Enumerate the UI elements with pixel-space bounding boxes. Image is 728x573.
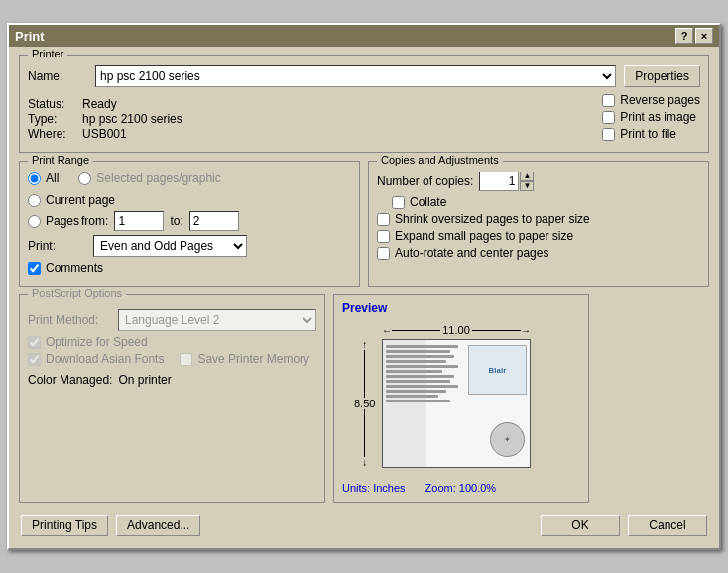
- where-value: USB001: [82, 127, 182, 141]
- print-to-file-row: Print to file: [602, 127, 700, 141]
- preview-content: Blair ✦: [383, 340, 530, 467]
- pages-label: Pages: [46, 214, 79, 228]
- preview-emblem: ✦: [490, 422, 525, 457]
- auto-rotate-row: Auto-rotate and center pages: [377, 246, 700, 260]
- postscript-inner: Print Method: Language Level 2 Optimize …: [28, 301, 316, 387]
- num-copies-row: Number of copies: ▲ ▼: [377, 172, 700, 191]
- comments-checkbox[interactable]: [28, 262, 41, 275]
- where-label: Where:: [28, 127, 82, 141]
- reverse-pages-label: Reverse pages: [620, 93, 700, 107]
- dim-arrow-horizontal: ← 11.00 →: [382, 324, 531, 336]
- print-method-select[interactable]: Language Level 2: [118, 309, 316, 331]
- printer-group-inner: Name: hp psc 2100 series Properties Stat…: [28, 61, 700, 144]
- printing-tips-button[interactable]: Printing Tips: [21, 515, 108, 536]
- selected-radio[interactable]: [78, 172, 91, 185]
- spinner-down-button[interactable]: ▼: [520, 181, 534, 191]
- optimize-checkbox[interactable]: [28, 336, 41, 349]
- printer-status-grid: Status: Ready Type: hp psc 2100 series W…: [28, 97, 182, 141]
- num-copies-label: Number of copies:: [377, 174, 473, 188]
- num-copies-spinner: ▲ ▼: [479, 172, 534, 191]
- download-fonts-row: Download Asian Fonts: [28, 352, 164, 366]
- download-fonts-label: Download Asian Fonts: [46, 352, 164, 366]
- title-bar-buttons: ? ×: [675, 28, 713, 44]
- reverse-pages-checkbox[interactable]: [602, 94, 615, 107]
- current-page-radio-row: Current page: [28, 193, 351, 207]
- shrink-label: Shrink oversized pages to paper size: [395, 212, 590, 226]
- expand-label: Expand small pages to paper size: [395, 229, 573, 243]
- expand-row: Expand small pages to paper size: [377, 229, 700, 243]
- printer-checkboxes: Reverse pages Print as image Print to fi…: [602, 93, 700, 144]
- save-memory-checkbox[interactable]: [180, 353, 192, 366]
- type-label: Type:: [28, 112, 82, 126]
- dialog-title: Print: [15, 29, 45, 44]
- color-managed-row: Color Managed: On printer: [28, 373, 316, 387]
- spinner-buttons: ▲ ▼: [520, 172, 534, 191]
- preview-units: Units: Inches Zoom: 100.0%: [342, 482, 496, 494]
- all-radio[interactable]: [28, 172, 41, 185]
- dim-arrow-vertical: ↑ 8.50 ↓: [352, 339, 377, 468]
- preview-inner: Preview ← 11.00 → ↑: [342, 301, 580, 494]
- height-dim-text: 8.50: [352, 398, 377, 409]
- print-range-label: Print Range: [28, 154, 93, 166]
- right-buttons: OK Cancel: [541, 515, 707, 536]
- middle-row: Print Range All Selected pages/graphic: [19, 161, 709, 294]
- spinner-up-button[interactable]: ▲: [520, 172, 534, 181]
- close-button[interactable]: ×: [695, 28, 713, 44]
- postscript-group-label: PostScript Options: [28, 287, 126, 299]
- print-type-select[interactable]: Even and Odd Pages Even Pages Odd Pages: [93, 235, 247, 257]
- print-as-image-checkbox[interactable]: [602, 111, 615, 124]
- pages-radio[interactable]: [28, 215, 41, 228]
- num-copies-input[interactable]: [479, 172, 519, 191]
- save-memory-label: Save Printer Memory: [197, 352, 309, 366]
- printer-name-select[interactable]: hp psc 2100 series: [95, 65, 616, 87]
- printer-group: Printer Name: hp psc 2100 series Propert…: [19, 55, 709, 153]
- print-range-group: Print Range All Selected pages/graphic: [19, 161, 360, 286]
- printer-group-label: Printer: [28, 48, 67, 59]
- bottom-buttons: Printing Tips Advanced... OK Cancel: [19, 511, 709, 540]
- bottom-row: PostScript Options Print Method: Languag…: [19, 294, 709, 511]
- auto-rotate-checkbox[interactable]: [377, 247, 390, 260]
- advanced-button[interactable]: Advanced...: [116, 515, 200, 536]
- copies-inner: Number of copies: ▲ ▼ Collate: [377, 168, 700, 260]
- shrink-checkbox[interactable]: [377, 213, 390, 226]
- print-as-image-label: Print as image: [620, 110, 696, 124]
- help-button[interactable]: ?: [675, 28, 693, 44]
- pages-to-input[interactable]: [189, 211, 239, 231]
- optimize-label: Optimize for Speed: [46, 335, 148, 349]
- collate-checkbox[interactable]: [392, 196, 405, 209]
- preview-page: Blair ✦: [382, 339, 531, 468]
- copies-group-label: Copies and Adjustments: [377, 154, 503, 166]
- preview-canvas: ← 11.00 → ↑ 8.50 ↓: [342, 319, 580, 478]
- fonts-memory-row: Download Asian Fonts Save Printer Memory: [28, 352, 316, 369]
- properties-button[interactable]: Properties: [624, 65, 700, 87]
- preview-text-lines: [386, 345, 466, 404]
- ok-button[interactable]: OK: [541, 515, 620, 536]
- print-as-image-row: Print as image: [602, 110, 700, 124]
- print-to-file-label: Print to file: [620, 127, 676, 141]
- all-radio-row: All: [28, 172, 59, 185]
- all-selected-row: All Selected pages/graphic: [28, 172, 351, 189]
- units-label: Units: Inches: [342, 482, 406, 494]
- status-value: Ready: [82, 97, 182, 111]
- from-label: from:: [81, 214, 108, 228]
- preview-group: Preview ← 11.00 → ↑: [333, 294, 589, 503]
- selected-label: Selected pages/graphic: [96, 172, 220, 185]
- collate-label: Collate: [410, 195, 446, 209]
- download-fonts-checkbox[interactable]: [28, 353, 41, 366]
- cancel-button[interactable]: Cancel: [628, 515, 707, 536]
- print-to-file-checkbox[interactable]: [602, 128, 615, 141]
- pages-from-input[interactable]: [114, 211, 164, 231]
- print-type-label: Print:: [28, 239, 87, 253]
- left-buttons: Printing Tips Advanced...: [21, 515, 200, 536]
- pages-row: Pages from: to:: [28, 211, 351, 231]
- current-page-radio[interactable]: [28, 194, 41, 207]
- color-managed-label: Color Managed:: [28, 373, 112, 387]
- print-dialog: Print ? × Printer Name: hp psc 2100 seri…: [7, 23, 721, 550]
- copies-group: Copies and Adjustments Number of copies:…: [368, 161, 709, 286]
- name-label: Name:: [28, 69, 87, 83]
- save-memory-row: Save Printer Memory: [180, 352, 309, 366]
- preview-right-box: Blair: [468, 345, 527, 395]
- selected-radio-row: Selected pages/graphic: [78, 172, 220, 185]
- expand-checkbox[interactable]: [377, 230, 390, 243]
- reverse-pages-row: Reverse pages: [602, 93, 700, 107]
